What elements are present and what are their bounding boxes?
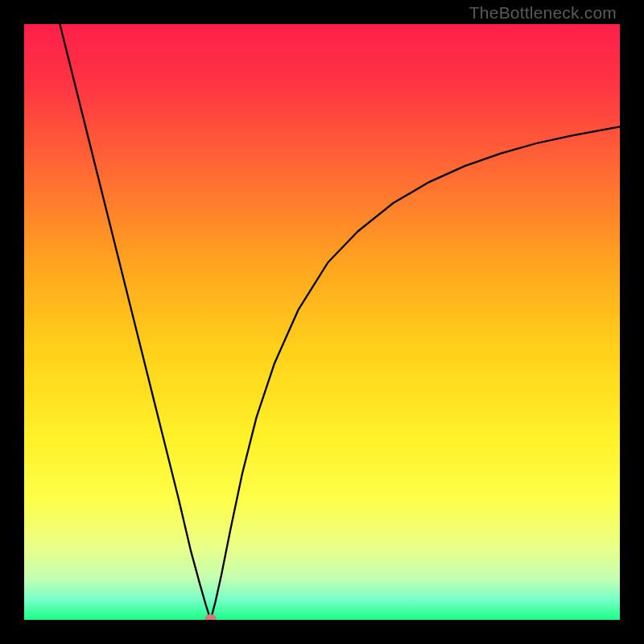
watermark-text: TheBottleneck.com (469, 3, 617, 23)
chart-frame: TheBottleneck.com (0, 0, 644, 644)
minimum-marker (205, 614, 217, 620)
plot-area (24, 24, 620, 620)
bottleneck-curve (60, 24, 620, 620)
curve-layer (24, 24, 620, 620)
